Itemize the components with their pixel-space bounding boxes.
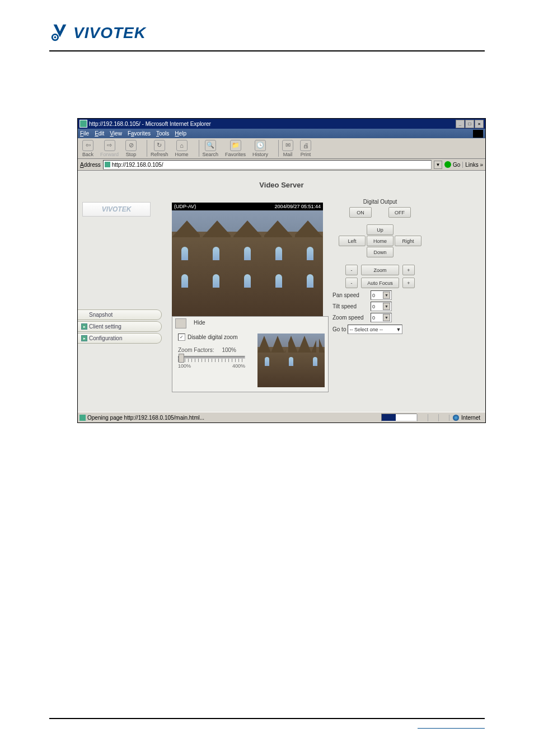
focus-near-button[interactable]: -	[345, 278, 358, 288]
globe-icon	[453, 415, 459, 421]
vivotek-logo-text: VIVOTEK	[73, 24, 146, 42]
menu-favorites[interactable]: Favorites	[128, 130, 151, 137]
home-button[interactable]: ⌂Home	[175, 140, 189, 157]
search-button[interactable]: 🔍Search	[203, 140, 219, 157]
maximize-button[interactable]: □	[465, 120, 474, 128]
ptz-up-button[interactable]: Up	[367, 224, 394, 235]
hide-button[interactable]	[175, 318, 186, 328]
snapshot-button[interactable]: Snapshot	[78, 309, 162, 320]
video-protocol: (UDP-AV)	[174, 204, 196, 209]
address-dropdown[interactable]: ▼	[434, 161, 442, 169]
svg-point-2	[54, 36, 57, 39]
browser-toolbar: ⇦Back ⇨Forward ⊘Stop ↻Refresh ⌂Home 🔍Sea…	[78, 138, 485, 159]
disable-zoom-label: Disable digital zoom	[188, 334, 238, 340]
auto-focus-label: Auto Focus	[361, 278, 399, 288]
video-timestamp: 2004/09/27 05:51:44	[274, 204, 321, 209]
window-title: http://192.168.0.105/ - Microsoft Intern…	[89, 121, 211, 127]
links-button[interactable]: Links »	[462, 162, 483, 168]
hide-label: Hide	[194, 320, 205, 326]
go-icon	[444, 161, 451, 168]
zoom-label: Zoom	[361, 265, 399, 275]
progress-bar	[381, 414, 417, 421]
do-on-button[interactable]: ON	[349, 207, 372, 218]
video-stream[interactable]	[172, 210, 323, 317]
menu-file[interactable]: File	[80, 130, 89, 137]
address-input[interactable]: http://192.168.0.105/	[103, 160, 432, 170]
zoom-out-button[interactable]: -	[345, 265, 358, 275]
loading-icon	[79, 415, 86, 421]
zoom-speed-select[interactable]: 0▼	[371, 313, 392, 322]
refresh-button[interactable]: ↻Refresh	[151, 140, 168, 157]
close-button[interactable]: ×	[475, 120, 484, 128]
digital-zoom-panel: Hide ✓ Disable digital zoom Zoom Factors…	[172, 316, 329, 392]
disable-zoom-checkbox[interactable]: ✓	[178, 334, 185, 341]
ptz-right-button[interactable]: Right	[395, 236, 421, 246]
arrow-icon: ▸	[81, 323, 87, 330]
vivotek-logo-mark	[49, 22, 71, 44]
zoom-thumbnail	[257, 334, 325, 387]
tilt-speed-select[interactable]: 0▼	[371, 302, 392, 311]
page-title: Video Server	[78, 181, 485, 189]
pan-speed-select[interactable]: 0▼	[371, 290, 392, 300]
zone-indicator: Internet	[449, 415, 484, 421]
menu-view[interactable]: View	[110, 130, 122, 137]
ie-icon	[79, 120, 87, 128]
chevron-down-icon: ▼	[383, 292, 390, 299]
digital-output-label: Digital Output	[332, 199, 428, 205]
pan-speed-label: Pan speed	[332, 292, 367, 298]
zoom-slider[interactable]: 100% 400%	[178, 356, 245, 369]
address-bar: Address http://192.168.0.105/ ▼ Go Links…	[78, 159, 485, 171]
configuration-button[interactable]: ▸Configuration	[78, 333, 162, 344]
minimize-button[interactable]: _	[456, 120, 465, 128]
go-button[interactable]: Go	[444, 161, 460, 168]
do-off-button[interactable]: OFF	[388, 207, 411, 218]
client-setting-button[interactable]: ▸Client setting	[78, 321, 162, 332]
focus-far-button[interactable]: +	[402, 278, 415, 288]
arrow-icon: ▸	[81, 335, 87, 341]
forward-button: ⇨Forward	[100, 140, 119, 157]
ptz-left-button[interactable]: Left	[339, 236, 366, 246]
print-button[interactable]: 🖨Print	[300, 140, 311, 157]
zoom-factor-value: 100%	[222, 347, 236, 353]
page-icon	[105, 162, 110, 167]
ptz-home-button[interactable]: Home	[367, 236, 394, 246]
footer-link	[418, 727, 485, 729]
goto-select[interactable]: -- Select one --▼	[348, 325, 402, 334]
menu-help[interactable]: Help	[175, 130, 186, 137]
menu-edit[interactable]: Edit	[95, 130, 104, 137]
status-text: Opening page http://192.168.0.105/main.h…	[87, 415, 204, 421]
tilt-speed-label: Tilt speed	[332, 303, 367, 309]
zoom-speed-label: Zoom speed	[332, 314, 367, 321]
slider-thumb[interactable]	[179, 354, 184, 363]
video-viewport: (UDP-AV) 2004/09/27 05:51:44	[172, 203, 323, 317]
goto-label: Go to	[332, 326, 346, 332]
chevron-down-icon: ▼	[396, 327, 401, 332]
chevron-down-icon: ▼	[383, 303, 390, 310]
browser-menubar: File Edit View Favorites Tools Help	[78, 129, 485, 138]
browser-window: http://192.168.0.105/ - Microsoft Intern…	[77, 118, 486, 423]
menu-tools[interactable]: Tools	[156, 130, 169, 137]
ptz-down-button[interactable]: Down	[367, 247, 394, 257]
browser-titlebar: http://192.168.0.105/ - Microsoft Intern…	[78, 119, 485, 129]
stop-button[interactable]: ⊘Stop	[125, 140, 137, 157]
zoom-in-button[interactable]: +	[402, 265, 415, 275]
address-label: Address	[80, 162, 101, 168]
ms-flag-icon	[473, 130, 483, 138]
zoom-factor-label: Zoom Factors:	[178, 347, 214, 353]
history-button[interactable]: 🕓History	[252, 140, 268, 157]
chevron-down-icon: ▼	[383, 314, 390, 321]
mail-button[interactable]: ✉Mail	[282, 140, 293, 157]
status-bar: Opening page http://192.168.0.105/main.h…	[78, 412, 485, 422]
app-logo: VIVOTEK	[82, 202, 151, 217]
favorites-button[interactable]: 📁Favorites	[225, 140, 246, 157]
back-button[interactable]: ⇦Back	[82, 140, 93, 157]
